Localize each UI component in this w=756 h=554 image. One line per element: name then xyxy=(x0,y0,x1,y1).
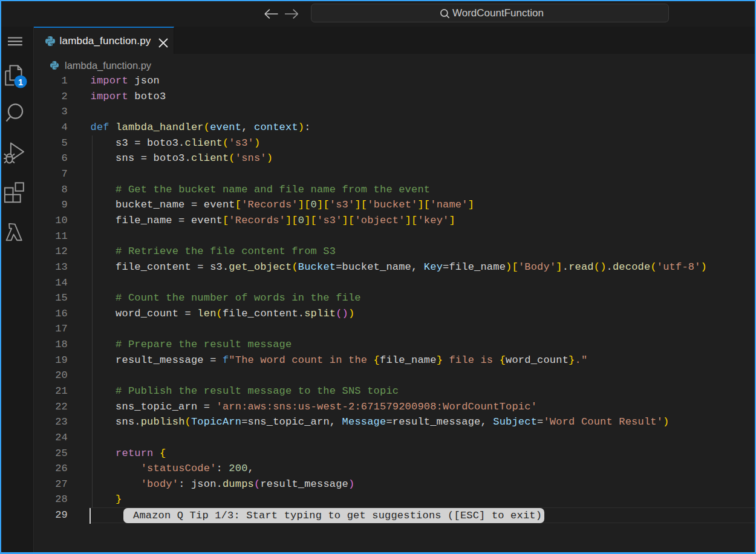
svg-text:1: 1 xyxy=(18,77,23,87)
